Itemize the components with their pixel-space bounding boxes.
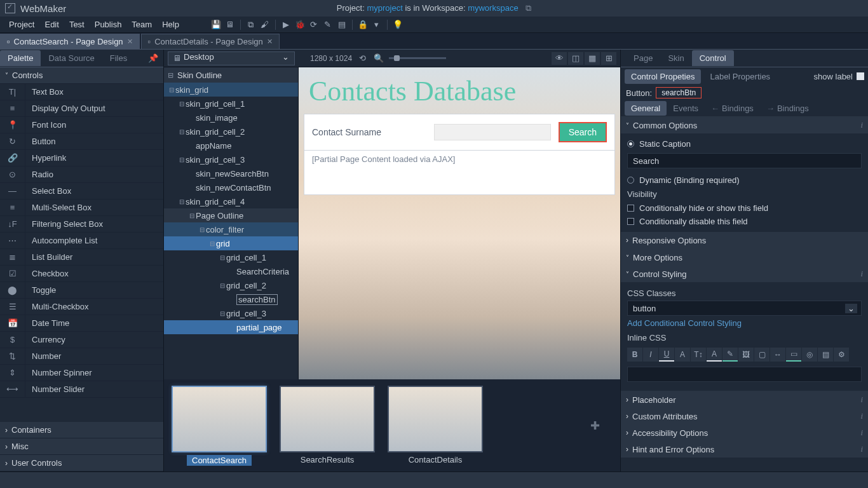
control-filtering-select-box[interactable]: ↓FFiltering Select Box <box>0 216 163 233</box>
orientation-icon[interactable]: ⟲ <box>356 52 369 65</box>
play-icon[interactable]: ▶ <box>280 18 292 31</box>
close-icon[interactable]: ✕ <box>267 37 273 46</box>
bulb-icon[interactable]: 💡 <box>391 18 404 31</box>
section-misc[interactable]: Misc <box>0 438 163 455</box>
menu-help[interactable]: Help <box>157 18 184 31</box>
tab-page[interactable]: Page <box>626 50 660 66</box>
tab-control[interactable]: Control <box>692 50 734 66</box>
info-icon[interactable]: i <box>860 444 863 454</box>
tree-node[interactable]: partial_page <box>164 320 298 334</box>
info-icon[interactable]: i <box>860 120 863 130</box>
tree-node[interactable]: searchBtn <box>164 292 298 306</box>
menu-test[interactable]: Test <box>64 18 90 31</box>
radio-static-caption[interactable]: Static Caption <box>627 137 862 151</box>
highlight-icon[interactable]: ✎ <box>722 348 738 362</box>
info-icon[interactable]: i <box>860 411 863 421</box>
tree-node[interactable]: ⊟ color_filter <box>164 222 298 236</box>
subtab-bindings-in[interactable]: ←Bindings <box>705 101 760 116</box>
control-hyperlink[interactable]: 🔗Hyperlink <box>0 150 163 166</box>
refresh-icon[interactable]: ⟳ <box>308 18 320 31</box>
list-icon[interactable]: ▤ <box>818 348 833 362</box>
subtab-bindings-out[interactable]: →Bindings <box>760 101 815 116</box>
control-font-icon[interactable]: 📍Font Icon <box>0 117 163 133</box>
save-icon[interactable]: 💾 <box>210 18 222 31</box>
close-icon[interactable]: ✕ <box>127 37 133 46</box>
visibility-icon[interactable]: 👁 <box>552 52 567 65</box>
control-text-box[interactable]: T|Text Box <box>0 84 163 100</box>
font-color-icon[interactable]: A <box>707 348 722 362</box>
radio-dynamic-caption[interactable]: Dynamic (Binding required) <box>627 173 862 187</box>
align-icon[interactable]: ↔ <box>770 348 785 362</box>
design-canvas[interactable]: Contacts Database Contact Surname Search… <box>299 67 620 379</box>
settings-icon[interactable]: ⚙ <box>834 348 849 362</box>
chk-conditional-hide[interactable]: Conditionally hide or show this field <box>627 201 862 215</box>
info-icon[interactable]: i <box>860 269 863 279</box>
tab-files[interactable]: Files <box>102 50 135 66</box>
edit-icon[interactable]: ✎ <box>322 18 334 31</box>
chk-conditional-disable[interactable]: Conditionally disable this field <box>627 215 862 228</box>
info-icon[interactable]: i <box>860 395 863 405</box>
menu-edit[interactable]: Edit <box>39 18 64 31</box>
debug-icon[interactable]: 🐞 <box>294 18 306 31</box>
control-currency[interactable]: $Currency <box>0 332 163 348</box>
section-responsive[interactable]: Responsive Options <box>621 232 868 248</box>
control-display-only-output[interactable]: ≡Display Only Output <box>0 100 163 117</box>
zoom-slider[interactable] <box>389 57 446 59</box>
section-user-controls[interactable]: User Controls <box>0 455 163 471</box>
tab-palette[interactable]: Palette <box>0 50 41 66</box>
workspace-link[interactable]: myworkspace <box>468 3 518 13</box>
pin-icon[interactable]: 📌 <box>143 51 163 65</box>
outline-header[interactable]: Skin Outline <box>164 67 298 83</box>
underline-icon[interactable]: U <box>659 348 674 362</box>
document-tab[interactable]: ▫ContactSearch - Page Design✕ <box>0 34 140 49</box>
subtab-events[interactable]: Events <box>667 101 705 116</box>
tree-node[interactable]: ⊟ skin_grid <box>164 83 298 97</box>
tree-node[interactable]: ⊟ grid_cell_1 <box>164 250 298 264</box>
section-control-styling[interactable]: Control Stylingi <box>621 266 868 282</box>
add-conditional-styling-link[interactable]: Add Conditional Control Styling <box>627 316 862 330</box>
control-number-slider[interactable]: ⟷Number Slider <box>0 381 163 398</box>
menu-team[interactable]: Team <box>126 18 157 31</box>
italic-icon[interactable]: I <box>643 348 658 362</box>
tree-node[interactable]: ⊟ skin_grid_cell_3 <box>164 152 298 166</box>
document-tab[interactable]: ▫ContactDetails - Page Design✕ <box>141 34 280 49</box>
tree-node[interactable]: appName <box>164 139 298 152</box>
control-radio[interactable]: ⊙Radio <box>0 166 163 183</box>
tree-node[interactable]: SearchCriteria <box>164 264 298 278</box>
show-label-checkbox[interactable] <box>857 72 864 80</box>
zoom-out-icon[interactable]: 🔍 <box>372 52 385 65</box>
page-thumbnail[interactable]: ContactDetails <box>388 386 483 466</box>
tree-node[interactable]: skin_image <box>164 111 298 125</box>
link-icon[interactable]: ▭ <box>786 348 801 362</box>
font-size-icon[interactable]: T↕ <box>691 348 706 362</box>
outline-view-icon[interactable]: ◫ <box>568 52 583 65</box>
tree-page-outline[interactable]: ⊟ Page Outline <box>164 208 298 222</box>
tree-node[interactable]: ⊟ skin_grid_cell_1 <box>164 97 298 111</box>
inline-css-input[interactable] <box>627 367 862 382</box>
section-controls[interactable]: Controls <box>0 67 163 84</box>
preview-search-button[interactable]: Search <box>559 122 607 142</box>
control-multi-select-box[interactable]: ≡Multi-Select Box <box>0 200 163 216</box>
border-icon[interactable]: ▢ <box>754 348 770 362</box>
tree-node[interactable]: ⊟ skin_grid_cell_4 <box>164 194 298 208</box>
control-number-spinner[interactable]: ⇕Number Spinner <box>0 365 163 381</box>
image-icon[interactable]: 🖼 <box>738 348 754 362</box>
control-toggle[interactable]: ⬤Toggle <box>0 282 163 299</box>
menu-project[interactable]: Project <box>4 18 39 31</box>
dropdown-icon[interactable]: ▾ <box>370 18 383 31</box>
tree-node[interactable]: ⊟ grid_cell_3 <box>164 306 298 320</box>
control-multi-checkbox[interactable]: ☰Multi-Checkbox <box>0 299 163 315</box>
tab-skin[interactable]: Skin <box>660 50 691 66</box>
tree-node[interactable]: ⊟ skin_grid_cell_2 <box>164 125 298 139</box>
section-more-options[interactable]: More Options <box>621 249 868 266</box>
tree-node[interactable]: skin_newSearchBtn <box>164 166 298 180</box>
layers-icon[interactable]: ▤ <box>336 18 348 31</box>
external-link-icon[interactable]: ⧉ <box>526 3 531 13</box>
tree-node[interactable]: ⊟ grid_cell_2 <box>164 278 298 292</box>
caption-input[interactable] <box>627 153 862 168</box>
control-checkbox[interactable]: ☑Checkbox <box>0 266 163 282</box>
project-link[interactable]: myproject <box>367 3 402 13</box>
brush-icon[interactable]: 🖌 <box>259 18 271 31</box>
preview-surname-input[interactable] <box>434 124 551 140</box>
subtab-general[interactable]: General <box>625 101 667 116</box>
